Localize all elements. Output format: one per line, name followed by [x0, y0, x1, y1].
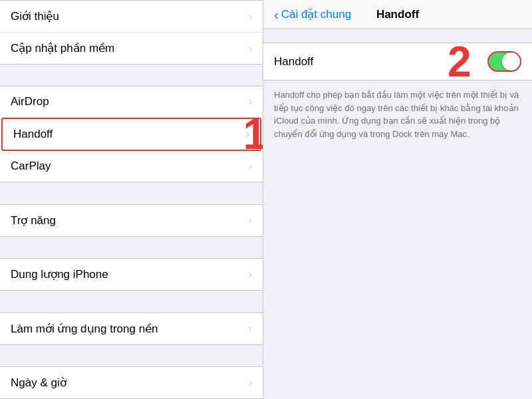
top-group: Giới thiệu › Cập nhật phần mềm ›: [0, 0, 263, 65]
menu-item-carplay-label: CarPlay: [11, 160, 51, 173]
toggle-knob: [502, 53, 520, 70]
menu-item-dungluong[interactable]: Dung lượng iPhone ›: [0, 259, 263, 290]
menu-item-handoff-label: Handoff: [13, 128, 53, 141]
page-title: Handoff: [376, 8, 419, 21]
chevron-icon: ›: [249, 43, 252, 55]
setting-row-wrapper: Handoff 2: [263, 43, 532, 80]
menu-item-capnhat-label: Cập nhật phần mềm: [11, 41, 114, 55]
separator: [0, 182, 263, 203]
back-label: Cài đặt chung: [281, 7, 351, 21]
handoff-toggle[interactable]: [487, 51, 521, 72]
mid-group: AirDrop › Handoff › 1 CarPlay ›: [0, 86, 263, 182]
handoff-setting-label: Handoff: [274, 55, 313, 68]
separator: [0, 237, 263, 258]
highlighted-row: Handoff › 1: [0, 118, 263, 151]
separator: [0, 291, 263, 312]
lammoi-group: Làm mới ứng dụng trong nền ›: [0, 313, 263, 345]
back-chevron-icon: ‹: [274, 8, 279, 21]
menu-item-tronang[interactable]: Trợ năng ›: [0, 205, 263, 236]
menu-item-ngaygio[interactable]: Ngày & giờ ›: [0, 367, 263, 398]
chevron-icon: ›: [249, 96, 252, 108]
chevron-icon: ›: [249, 269, 252, 281]
right-panel: ‹ Cài đặt chung Handoff Handoff 2 Handof…: [263, 0, 532, 399]
chevron-icon: ›: [249, 11, 252, 23]
menu-item-airdrop[interactable]: AirDrop ›: [0, 86, 263, 118]
separator: [0, 345, 263, 366]
left-panel: Giới thiệu › Cập nhật phần mềm › AirDrop…: [0, 0, 263, 399]
chevron-icon: ›: [249, 214, 252, 226]
handoff-setting-row: Handoff 2: [263, 43, 532, 80]
menu-item-ngaygio-label: Ngày & giờ: [11, 376, 66, 390]
menu-item-gioithieu[interactable]: Giới thiệu ›: [0, 1, 263, 33]
menu-item-lammoi-label: Làm mới ứng dụng trong nền: [11, 322, 158, 336]
chevron-icon: ›: [249, 323, 252, 334]
ngaygio-group: Ngày & giờ ›: [0, 366, 263, 399]
number-2-label: 2: [448, 37, 471, 86]
menu-item-capnhat[interactable]: Cập nhật phần mềm ›: [0, 33, 263, 64]
chevron-icon: ›: [246, 128, 249, 140]
dungluong-group: Dung lượng iPhone ›: [0, 258, 263, 291]
menu-item-dungluong-label: Dung lượng iPhone: [11, 267, 108, 281]
tronang-group: Trợ năng ›: [0, 204, 263, 237]
menu-item-gioithieu-label: Giới thiệu: [11, 9, 59, 23]
right-content: Handoff 2 Handoff cho phép bạn bắt đầu l…: [263, 29, 532, 399]
right-header: ‹ Cài đặt chung Handoff: [263, 0, 532, 29]
handoff-description: Handoff cho phép bạn bắt đầu làm một việ…: [263, 80, 532, 148]
chevron-icon: ›: [249, 160, 252, 172]
menu-item-lammoi[interactable]: Làm mới ứng dụng trong nền ›: [0, 313, 263, 344]
num2-wrapper: 2: [487, 51, 521, 72]
separator: [0, 65, 263, 86]
menu-item-tronang-label: Trợ năng: [11, 213, 56, 227]
menu-item-handoff[interactable]: Handoff › 1: [1, 118, 261, 151]
chevron-icon: ›: [249, 377, 252, 389]
back-button[interactable]: ‹ Cài đặt chung: [274, 7, 351, 21]
menu-item-carplay[interactable]: CarPlay ›: [0, 151, 263, 182]
menu-item-airdrop-label: AirDrop: [11, 95, 49, 108]
